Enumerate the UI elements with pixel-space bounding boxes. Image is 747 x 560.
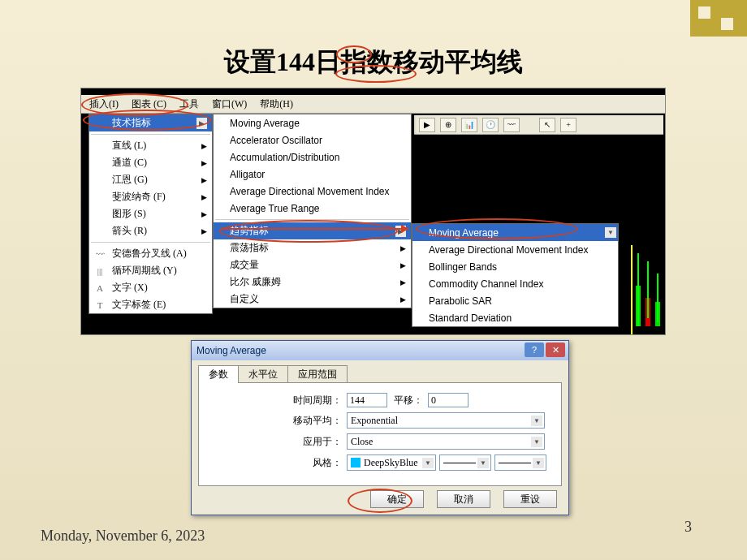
- menu-item-indicators[interactable]: 技术指标: [89, 114, 212, 131]
- candlestick: [636, 261, 641, 326]
- menu-item-cycle[interactable]: |||循环周期线 (Y): [89, 262, 212, 279]
- menu-item-ao[interactable]: Accelerator Oscillator: [214, 131, 411, 149]
- row-apply: 应用于： Close: [209, 433, 551, 450]
- toolbar-btn-1[interactable]: ▶: [419, 118, 435, 132]
- shift-input[interactable]: [428, 393, 468, 407]
- dialog-titlebar: Moving Average ? ✕: [192, 341, 568, 360]
- separator: [91, 242, 210, 243]
- toolbar-btn-cross[interactable]: +: [560, 118, 576, 132]
- menu-item-sar[interactable]: Parabolic SAR: [412, 292, 618, 309]
- menu-help[interactable]: 帮助(H): [253, 96, 300, 113]
- menu-item-adx-trend[interactable]: Average Directional Movement Index: [412, 241, 618, 258]
- window-buttons: ? ✕: [525, 342, 565, 357]
- toolbar-btn-cursor[interactable]: ↖: [539, 118, 555, 132]
- color-select[interactable]: DeepSkyBlue: [347, 454, 436, 471]
- row-method: 移动平均： Exponential: [209, 412, 551, 429]
- menubar: 插入(I) 图表 (C) 工具 窗口(W) 帮助(H): [81, 95, 665, 114]
- menu-item-line[interactable]: 直线 (L): [89, 137, 212, 154]
- menu-item-adx[interactable]: Average Directional Movement Index: [214, 183, 411, 200]
- line-preview: [443, 463, 476, 463]
- help-button[interactable]: ?: [525, 342, 544, 357]
- color-value: DeepSkyBlue: [364, 457, 418, 469]
- line-preview: [499, 463, 531, 463]
- row-style: 风格： DeepSkyBlue: [209, 454, 551, 471]
- method-value: Exponential: [351, 415, 398, 427]
- separator: [91, 134, 210, 135]
- menu-item-ma-trend[interactable]: Moving Average: [412, 224, 618, 241]
- menu-item-bb[interactable]: Bollinger Bands: [412, 258, 618, 275]
- menu-item-alligator[interactable]: Alligator: [214, 166, 411, 183]
- menu-item-channel[interactable]: 通道 (C): [89, 154, 212, 171]
- menu-item-arrows[interactable]: 箭头 (R): [89, 222, 212, 239]
- period-input[interactable]: [347, 393, 387, 407]
- menu-item-volume[interactable]: 成交量: [214, 256, 411, 274]
- menu-tools[interactable]: 工具: [173, 96, 205, 113]
- menu-item-shapes[interactable]: 图形 (S): [89, 205, 212, 222]
- pitchfork-icon: 〰: [93, 248, 106, 261]
- label: 循环周期线 (Y): [112, 264, 177, 278]
- close-button[interactable]: ✕: [546, 342, 565, 357]
- dropdown-insert: 技术指标 直线 (L) 通道 (C) 江恩 (G) 斐波纳奇 (F) 图形 (S…: [89, 114, 213, 314]
- menu-item-text[interactable]: A文字 (X): [89, 279, 212, 296]
- menu-item-oscillator[interactable]: 震荡指标: [214, 239, 411, 256]
- tab-params[interactable]: 参数: [198, 365, 239, 383]
- label: 直线 (L): [112, 139, 146, 153]
- apply-value: Close: [351, 436, 373, 448]
- menu-item-trend[interactable]: 趋势指标: [214, 222, 411, 239]
- cancel-button[interactable]: 取消: [437, 490, 490, 508]
- menu-item-fibonacci[interactable]: 斐波纳奇 (F): [89, 188, 212, 205]
- menu-item-gann[interactable]: 江恩 (G): [89, 171, 212, 188]
- method-label: 移动平均：: [209, 414, 347, 428]
- menu-window[interactable]: 窗口(W): [205, 96, 253, 113]
- menu-item-atr[interactable]: Average True Range: [214, 200, 411, 217]
- label: 江恩 (G): [112, 173, 148, 187]
- toolbar-btn-3[interactable]: 📊: [461, 118, 477, 132]
- ma-settings-dialog: Moving Average ? ✕ 参数 水平位 应用范围 时间周期： 平移：…: [191, 340, 569, 515]
- toolbar: ▶ ⊕ 📊 🕐 〰 ↖ +: [414, 115, 663, 135]
- menu-item-andrews[interactable]: 〰安德鲁分叉线 (A): [89, 245, 212, 262]
- toolbar-btn-4[interactable]: 🕐: [482, 118, 499, 132]
- tab-apply-range[interactable]: 应用范围: [287, 365, 348, 383]
- toolbar-btn-2[interactable]: ⊕: [440, 118, 456, 132]
- app-screenshot: 插入(I) 图表 (C) 工具 窗口(W) 帮助(H) 技术指标 直线 (L) …: [80, 88, 666, 335]
- dialog-buttons: 确定 取消 重设: [370, 490, 557, 508]
- candlestick: [646, 282, 650, 326]
- text-icon: A: [93, 282, 106, 295]
- cycle-icon: |||: [93, 265, 106, 278]
- row-period: 时间周期： 平移：: [209, 393, 551, 407]
- style-label: 风格：: [209, 456, 347, 470]
- dropdown-indicators: Moving Average Accelerator Oscillator Ac…: [213, 114, 412, 308]
- slide-title: 设置144日指数移动平均线: [0, 45, 747, 80]
- menu-item-bill-williams[interactable]: 比尔 威廉姆: [214, 274, 411, 291]
- label: 技术指标: [112, 116, 151, 130]
- reset-button[interactable]: 重设: [503, 490, 557, 508]
- line-style-select[interactable]: [439, 454, 491, 471]
- apply-select[interactable]: Close: [347, 433, 545, 450]
- toolbar-btn-5[interactable]: 〰: [503, 118, 520, 132]
- separator: [215, 219, 409, 220]
- color-swatch: [351, 458, 361, 467]
- menu-item-cci[interactable]: Commodity Channel Index: [412, 275, 618, 292]
- menu-item-label[interactable]: T文字标签 (E): [89, 296, 212, 313]
- menu-item-custom[interactable]: 自定义: [214, 291, 411, 308]
- footer-date: Monday, November 6, 2023: [41, 528, 205, 545]
- menu-item-ma[interactable]: Moving Average: [214, 114, 411, 131]
- dialog-title: Moving Average: [196, 345, 266, 356]
- label: 文字标签 (E): [112, 298, 166, 312]
- menu-item-sd[interactable]: Standard Deviation: [412, 309, 618, 326]
- line-width-select[interactable]: [494, 454, 546, 471]
- candlestick: [655, 290, 660, 326]
- footer-page-number: 3: [684, 519, 692, 536]
- period-label: 时间周期：: [209, 394, 347, 407]
- label: 文字 (X): [112, 281, 148, 295]
- menu-item-ad[interactable]: Accumulation/Distribution: [214, 149, 411, 166]
- menu-insert[interactable]: 插入(I): [83, 96, 125, 113]
- corner-decoration: [690, 0, 747, 37]
- method-select[interactable]: Exponential: [347, 412, 545, 429]
- dialog-tabs: 参数 水平位 应用范围: [198, 365, 568, 383]
- menu-chart[interactable]: 图表 (C): [125, 96, 173, 113]
- tab-levels[interactable]: 水平位: [238, 365, 288, 383]
- label: 安德鲁分叉线 (A): [112, 247, 187, 261]
- ok-button[interactable]: 确定: [370, 490, 424, 508]
- label: 箭头 (R): [112, 224, 147, 238]
